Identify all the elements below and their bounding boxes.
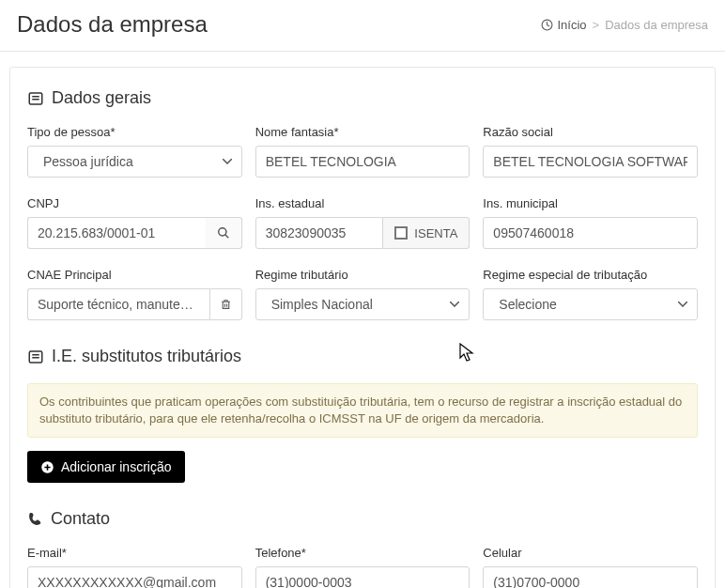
label-celular: Celular xyxy=(483,546,698,560)
section-header-contato: Contato xyxy=(27,509,698,529)
trash-icon xyxy=(220,298,232,311)
label-ins-municipal: Ins. municipal xyxy=(483,196,698,210)
form-icon xyxy=(27,90,44,107)
input-cnpj[interactable] xyxy=(27,217,206,249)
svg-point-4 xyxy=(218,228,225,236)
label-regime-trib: Regime tributário xyxy=(255,268,470,282)
plus-circle-icon xyxy=(40,460,54,474)
breadcrumb-home-label: Início xyxy=(557,18,586,32)
input-telefone[interactable] xyxy=(255,566,470,588)
dashboard-icon xyxy=(541,19,553,31)
cnae-delete-button[interactable] xyxy=(209,288,242,320)
label-razao-social: Razão social xyxy=(483,125,698,139)
input-ins-municipal[interactable] xyxy=(483,217,698,249)
select-regime-trib[interactable]: Simples Nacional xyxy=(255,288,470,320)
label-cnae: CNAE Principal xyxy=(27,268,242,282)
page-title: Dados da empresa xyxy=(17,11,208,38)
label-telefone: Telefone* xyxy=(255,546,470,560)
add-inscricao-label: Adicionar inscrição xyxy=(61,459,172,474)
input-ins-estadual[interactable] xyxy=(255,217,384,249)
label-ins-estadual: Ins. estadual xyxy=(255,196,470,210)
select-tipo-pessoa[interactable]: Pessoa jurídica xyxy=(27,146,242,178)
input-nome-fantasia[interactable] xyxy=(255,146,470,178)
breadcrumb: Início > Dados da empresa xyxy=(541,18,708,32)
isenta-label: ISENTA xyxy=(414,226,457,240)
isenta-checkbox[interactable]: ISENTA xyxy=(383,217,470,249)
breadcrumb-separator: > xyxy=(593,18,600,32)
phone-icon xyxy=(27,511,43,527)
cnpj-search-button[interactable] xyxy=(206,217,242,249)
input-celular[interactable] xyxy=(483,566,698,588)
section-title-gerais: Dados gerais xyxy=(52,88,151,108)
checkbox-icon xyxy=(394,226,408,240)
add-inscricao-button[interactable]: Adicionar inscrição xyxy=(27,451,185,483)
input-razao-social[interactable] xyxy=(483,146,698,178)
input-email[interactable] xyxy=(27,566,242,588)
select-regime-esp[interactable]: Selecione xyxy=(483,288,698,320)
breadcrumb-home-link[interactable]: Início xyxy=(541,18,586,32)
input-cnae[interactable] xyxy=(27,288,209,320)
section-header-gerais: Dados gerais xyxy=(27,88,698,108)
label-nome-fantasia: Nome fantasia* xyxy=(255,125,470,139)
svg-line-5 xyxy=(224,235,228,239)
section-title-iesub: I.E. substitutos tributários xyxy=(52,347,241,366)
label-email: E-mail* xyxy=(27,546,242,560)
section-title-contato: Contato xyxy=(51,509,110,529)
label-tipo-pessoa: Tipo de pessoa* xyxy=(27,125,242,139)
section-header-iesub: I.E. substitutos tributários xyxy=(27,347,698,366)
info-box-iesub: Os contribuintes que praticam operações … xyxy=(27,383,698,438)
search-icon xyxy=(217,226,230,240)
label-cnpj: CNPJ xyxy=(27,196,242,210)
breadcrumb-current: Dados da empresa xyxy=(605,18,708,32)
label-regime-esp: Regime especial de tributação xyxy=(483,268,698,282)
form-icon xyxy=(27,348,44,365)
